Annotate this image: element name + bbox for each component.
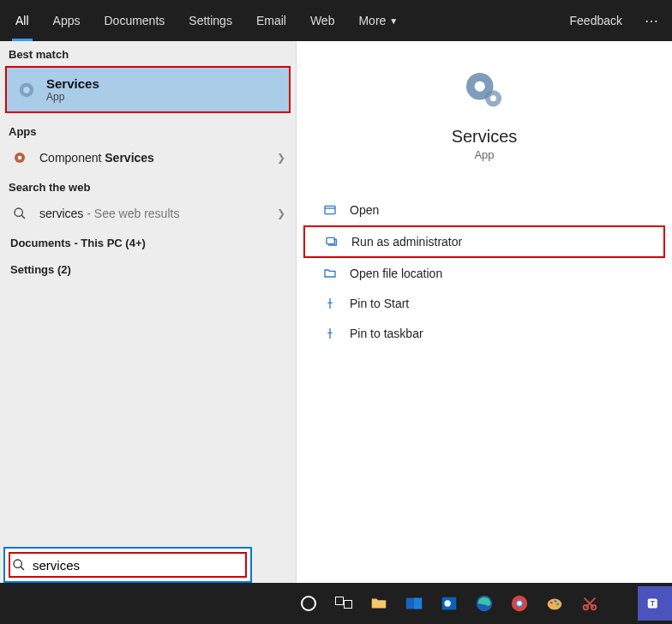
task-view-icon[interactable] bbox=[327, 586, 361, 621]
shield-icon bbox=[324, 234, 339, 249]
tab-email[interactable]: Email bbox=[244, 0, 298, 41]
action-open-file-location[interactable]: Open file location bbox=[303, 259, 665, 288]
svg-point-9 bbox=[490, 95, 496, 101]
action-label: Run as administrator bbox=[351, 235, 462, 249]
action-open[interactable]: Open bbox=[303, 195, 665, 225]
svg-point-12 bbox=[14, 560, 21, 567]
search-icon bbox=[12, 558, 26, 572]
tab-web[interactable]: Web bbox=[298, 0, 347, 41]
snip-icon[interactable] bbox=[573, 586, 607, 621]
chevron-down-icon: ▼ bbox=[389, 16, 398, 26]
best-match-result[interactable]: Services App bbox=[5, 66, 291, 113]
svg-point-7 bbox=[475, 81, 485, 92]
preview-subtitle: App bbox=[474, 148, 494, 161]
svg-point-4 bbox=[15, 208, 22, 216]
outlook-icon[interactable] bbox=[432, 586, 466, 621]
gear-icon bbox=[10, 148, 29, 167]
apps-heading: Apps bbox=[0, 118, 296, 141]
tab-all[interactable]: All bbox=[3, 0, 41, 41]
svg-rect-10 bbox=[325, 206, 335, 213]
best-match-text: Services App bbox=[46, 76, 99, 103]
more-options-button[interactable]: ⋯ bbox=[634, 13, 669, 29]
best-match-title: Services bbox=[46, 76, 99, 91]
svg-line-13 bbox=[21, 567, 24, 570]
search-icon bbox=[10, 204, 29, 223]
svg-rect-11 bbox=[327, 237, 334, 243]
best-match-subtitle: App bbox=[46, 91, 99, 103]
tab-more-label: More bbox=[358, 14, 386, 27]
result-label: Component Services bbox=[39, 151, 267, 165]
action-run-as-administrator[interactable]: Run as administrator bbox=[303, 225, 665, 258]
paint-icon[interactable] bbox=[537, 586, 572, 621]
chrome-icon[interactable] bbox=[502, 586, 537, 621]
action-pin-to-start[interactable]: Pin to Start bbox=[303, 289, 665, 318]
preview-header: Services App bbox=[297, 41, 672, 170]
gear-icon bbox=[460, 67, 508, 115]
edge-icon[interactable] bbox=[467, 586, 501, 621]
chevron-right-icon: ❯ bbox=[277, 207, 285, 219]
teams-icon[interactable]: T bbox=[638, 586, 672, 621]
best-match-heading: Best match bbox=[0, 41, 296, 64]
preview-pane: Services App Open Run as administrator bbox=[297, 41, 672, 583]
action-label: Pin to Start bbox=[350, 297, 409, 310]
svg-point-21 bbox=[517, 601, 522, 606]
chevron-right-icon: ❯ bbox=[277, 152, 285, 164]
documents-heading[interactable]: Documents - This PC (4+) bbox=[0, 230, 296, 256]
search-filter-tabs: All Apps Documents Settings Email Web Mo… bbox=[0, 0, 672, 41]
preview-title: Services bbox=[452, 127, 518, 147]
action-label: Pin to taskbar bbox=[350, 327, 423, 340]
svg-point-23 bbox=[550, 602, 553, 604]
svg-text:T: T bbox=[650, 599, 655, 608]
action-label: Open bbox=[350, 203, 379, 217]
svg-point-25 bbox=[556, 603, 559, 606]
feedback-link[interactable]: Feedback bbox=[558, 14, 634, 27]
svg-point-1 bbox=[23, 87, 29, 93]
result-label: services - See web results bbox=[39, 207, 267, 220]
tab-apps[interactable]: Apps bbox=[41, 0, 93, 41]
gear-icon bbox=[17, 81, 36, 99]
tab-settings[interactable]: Settings bbox=[177, 0, 244, 41]
action-label: Open file location bbox=[350, 267, 442, 280]
search-results-panel: Best match Services App Apps Component S… bbox=[0, 41, 672, 583]
folder-icon bbox=[322, 266, 338, 281]
cortana-circle-icon[interactable] bbox=[291, 586, 326, 621]
pin-icon bbox=[322, 296, 338, 311]
search-box[interactable] bbox=[3, 547, 252, 583]
result-component-services[interactable]: Component Services ❯ bbox=[0, 141, 296, 174]
file-explorer-icon[interactable] bbox=[362, 586, 396, 621]
preview-actions: Open Run as administrator Open file loca… bbox=[297, 195, 672, 348]
svg-point-17 bbox=[445, 600, 451, 606]
svg-line-5 bbox=[21, 215, 25, 219]
search-web-heading: Search the web bbox=[0, 174, 296, 197]
results-list: Best match Services App Apps Component S… bbox=[0, 41, 297, 583]
taskbar: T bbox=[0, 583, 672, 624]
open-icon bbox=[322, 202, 338, 218]
settings-heading[interactable]: Settings (2) bbox=[0, 256, 296, 283]
svg-rect-15 bbox=[414, 598, 422, 609]
mail-icon[interactable] bbox=[397, 586, 431, 621]
tab-documents[interactable]: Documents bbox=[92, 0, 177, 41]
search-input[interactable] bbox=[33, 558, 243, 573]
svg-point-24 bbox=[555, 600, 557, 603]
tab-more[interactable]: More ▼ bbox=[346, 0, 410, 41]
svg-point-3 bbox=[18, 156, 22, 160]
pin-icon bbox=[322, 326, 338, 341]
result-web-search[interactable]: services - See web results ❯ bbox=[0, 197, 296, 230]
action-pin-to-taskbar[interactable]: Pin to taskbar bbox=[303, 319, 665, 348]
